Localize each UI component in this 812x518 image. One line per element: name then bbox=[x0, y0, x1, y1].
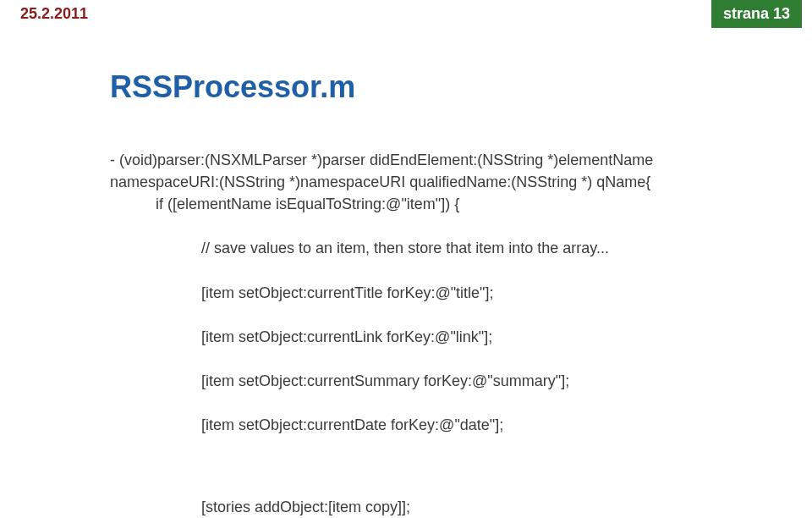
header-date: 25.2.2011 bbox=[20, 5, 88, 23]
code-line: [item setObject:currentDate forKey:@"dat… bbox=[110, 414, 761, 436]
code-line: [stories addObject:[item copy]]; bbox=[110, 496, 761, 518]
page-number-badge: strana 13 bbox=[711, 0, 802, 28]
code-line: [item setObject:currentLink forKey:@"lin… bbox=[110, 326, 761, 348]
code-line: [item setObject:currentSummary forKey:@"… bbox=[110, 370, 761, 392]
slide-title: RSSProcessor.m bbox=[110, 69, 355, 105]
code-line: // save values to an item, then store th… bbox=[110, 237, 761, 259]
blank-line bbox=[110, 458, 761, 473]
code-line: [item setObject:currentTitle forKey:@"ti… bbox=[110, 282, 761, 304]
code-line: - (void)parser:(NSXMLParser *)parser did… bbox=[110, 152, 657, 190]
code-line: if ([elementName isEqualToString:@"item"… bbox=[110, 193, 761, 215]
code-block: - (void)parser:(NSXMLParser *)parser did… bbox=[110, 127, 761, 518]
slide-header: 25.2.2011 strana 13 bbox=[0, 0, 812, 30]
